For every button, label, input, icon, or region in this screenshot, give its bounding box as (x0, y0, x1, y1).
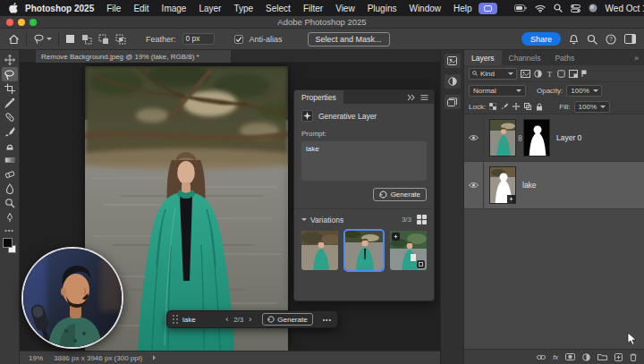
screen-recording-indicator[interactable] (479, 3, 497, 14)
clone-stamp-tool[interactable] (2, 139, 18, 153)
variation-thumbnail-1[interactable] (301, 231, 338, 270)
status-popup-arrow-icon[interactable] (153, 355, 156, 360)
add-layer-mask-icon[interactable] (565, 353, 575, 360)
collapse-dock-icon[interactable]: » (634, 54, 644, 63)
add-to-selection-icon[interactable] (81, 34, 92, 45)
spotlight-search-icon[interactable] (554, 4, 563, 13)
task-bar-prompt-field[interactable]: lake (182, 316, 220, 324)
variation-thumbnail-2-selected[interactable] (345, 231, 382, 270)
lasso-tool[interactable] (2, 67, 18, 81)
menu-item-image[interactable]: Image (156, 4, 193, 13)
dock-adjustments-icon[interactable] (445, 74, 461, 89)
home-icon[interactable] (8, 34, 20, 45)
layer-name[interactable]: Layer 0 (556, 133, 581, 142)
search-icon[interactable] (587, 34, 597, 45)
siri-icon[interactable] (589, 4, 597, 13)
task-bar-generate-button[interactable]: Generate (262, 313, 312, 326)
filter-smart-objects-icon[interactable] (569, 70, 578, 78)
mask-link-icon[interactable] (516, 135, 523, 141)
notifications-bell-icon[interactable] (569, 34, 579, 45)
select-and-mask-button[interactable]: Select and Mask... (308, 32, 390, 47)
intersect-selection-icon[interactable] (115, 34, 126, 45)
filter-adjustment-layers-icon[interactable] (534, 70, 542, 78)
menu-item-layer[interactable]: Layer (192, 4, 227, 13)
share-button[interactable]: Share (521, 32, 561, 46)
move-tool[interactable] (2, 53, 18, 67)
dodge-tool[interactable] (2, 196, 18, 210)
lock-artboard-icon[interactable] (524, 103, 531, 110)
layer-row-lake[interactable]: lake (464, 162, 644, 209)
lock-position-icon[interactable] (513, 103, 520, 110)
task-bar-grip-icon[interactable] (173, 315, 178, 324)
variation-expand-icon[interactable] (417, 260, 425, 268)
dock-libraries-icon[interactable] (445, 95, 461, 109)
tab-channels[interactable]: Channels (502, 50, 548, 65)
foreground-color-swatch[interactable] (3, 238, 13, 248)
layer-row-layer0[interactable]: Layer 0 (464, 114, 644, 162)
workspace-switcher-icon[interactable] (624, 34, 636, 44)
menu-item-filter[interactable]: Filter (297, 4, 329, 13)
menu-item-plugins[interactable]: Plugins (361, 4, 403, 13)
dock-properties-icon[interactable] (445, 54, 461, 68)
brush-tool[interactable] (2, 124, 18, 139)
variations-label[interactable]: Variations (310, 216, 343, 224)
document-tab[interactable]: Remove Background.jpeg @ 19% (lake, RGB/… (36, 50, 231, 63)
filter-pixel-layers-icon[interactable] (521, 70, 530, 78)
tab-properties[interactable]: Properties (294, 90, 343, 104)
collapse-panel-icon[interactable] (407, 94, 415, 101)
task-bar-more-icon[interactable]: ••• (323, 317, 332, 323)
menu-bar-clock[interactable]: Wed Oct 16 11:45 AM (606, 4, 644, 13)
layer0-thumbnail[interactable] (489, 119, 516, 157)
blend-mode-dropdown[interactable]: Normal (469, 85, 526, 97)
previous-variation-icon[interactable]: ‹ (225, 315, 229, 324)
visibility-eye-icon[interactable] (464, 114, 484, 162)
new-selection-icon[interactable] (65, 34, 75, 44)
layer-name[interactable]: lake (522, 181, 537, 190)
control-center-icon[interactable] (571, 4, 580, 13)
lock-all-icon[interactable] (536, 103, 543, 111)
zoom-level[interactable]: 19% (29, 354, 43, 362)
eyedropper-tool[interactable] (2, 96, 18, 110)
variation-thumbnail-3[interactable] (390, 231, 427, 270)
subtract-from-selection-icon[interactable] (98, 34, 109, 45)
color-swatches[interactable] (2, 238, 18, 254)
menu-item-type[interactable]: Type (227, 4, 259, 13)
lasso-tool-preset-icon[interactable] (33, 33, 52, 45)
crop-tool[interactable] (2, 81, 18, 96)
visibility-eye-icon[interactable] (464, 162, 484, 209)
filter-type-layers-icon[interactable]: T (546, 70, 554, 78)
link-layers-icon[interactable] (537, 354, 546, 360)
feather-input[interactable]: 0 px (182, 33, 215, 45)
tab-paths[interactable]: Paths (547, 50, 581, 65)
opacity-dropdown[interactable]: 100% (566, 85, 602, 97)
menu-item-view[interactable]: View (329, 4, 361, 13)
apple-menu-icon[interactable] (9, 3, 19, 13)
menu-item-edit[interactable]: Edit (127, 4, 155, 13)
new-layer-icon[interactable] (614, 353, 623, 361)
tab-layers[interactable]: Layers (464, 50, 502, 65)
filter-toggle-icon[interactable] (581, 70, 587, 77)
filter-kind-dropdown[interactable]: Kind (469, 68, 517, 80)
fill-dropdown[interactable]: 100% (574, 101, 610, 113)
gradient-tool[interactable] (2, 153, 18, 167)
layer-effects-icon[interactable]: fx (553, 353, 558, 361)
next-variation-icon[interactable]: › (248, 315, 252, 324)
group-layers-icon[interactable] (597, 353, 607, 360)
anti-alias-checkbox[interactable] (234, 35, 243, 44)
lock-transparency-icon[interactable] (489, 103, 496, 110)
grid-view-icon[interactable] (417, 215, 427, 224)
generate-button[interactable]: Generate (373, 188, 427, 201)
healing-brush-tool[interactable] (2, 110, 18, 124)
blur-tool[interactable] (2, 182, 18, 196)
prompt-textarea[interactable]: lake (301, 141, 427, 181)
lake-layer-thumbnail[interactable] (489, 166, 516, 204)
filter-shape-layers-icon[interactable] (557, 70, 565, 78)
panel-menu-icon[interactable] (420, 94, 428, 101)
menu-item-photoshop[interactable]: Photoshop 2025 (19, 4, 100, 13)
adjustment-layer-icon[interactable] (582, 353, 590, 361)
wifi-icon[interactable] (535, 4, 546, 13)
eraser-tool[interactable] (2, 167, 18, 182)
pen-tool[interactable] (2, 210, 18, 224)
battery-icon[interactable] (514, 4, 527, 12)
menu-item-select[interactable]: Select (259, 4, 297, 13)
